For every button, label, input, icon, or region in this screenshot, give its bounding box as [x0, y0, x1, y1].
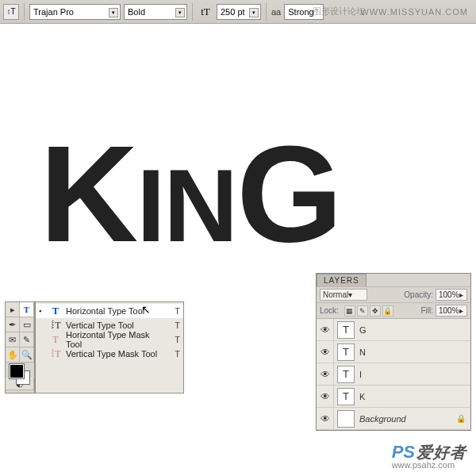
- type-layer-icon: T: [343, 324, 349, 336]
- font-family-dropdown[interactable]: Trajan Pro ▾: [29, 4, 121, 20]
- type-tool-submenu: ▪ T Horizontal Type Tool ↖ T ⸾T Vertical…: [35, 301, 184, 393]
- chevron-down-icon: ▾: [109, 8, 118, 17]
- layer-name[interactable]: I: [358, 370, 362, 379]
- horizontal-type-mask-tool-item[interactable]: T Horizontal Type Mask Tool T: [36, 332, 183, 347]
- layer-name[interactable]: Background: [358, 414, 406, 424]
- font-size-value: 250 pt: [221, 7, 245, 17]
- font-size-icon: tT: [198, 4, 213, 20]
- layer-list: 👁 T G 👁 T N 👁 T I 👁 T K 👁 Background 🔒: [317, 318, 470, 430]
- opacity-value: 100%: [439, 290, 459, 299]
- fill-input[interactable]: 100% ▸: [436, 305, 467, 317]
- separator: [192, 3, 193, 21]
- layer-row-background[interactable]: 👁 Background 🔒: [317, 408, 470, 430]
- antialias-value: Strong: [288, 7, 313, 17]
- letter-n: N: [163, 148, 236, 263]
- orientation-toggle[interactable]: ↕T: [3, 4, 19, 20]
- font-size-dropdown[interactable]: 250 pt ▾: [217, 4, 261, 20]
- tool-shortcut: T: [171, 335, 180, 344]
- lock-all-icon[interactable]: 🔒: [382, 305, 393, 317]
- layer-name[interactable]: G: [358, 325, 367, 335]
- forum-watermark: 图形设计论坛: [313, 6, 365, 17]
- visibility-eye-icon[interactable]: 👁: [317, 341, 334, 363]
- letter-g: G: [236, 117, 341, 270]
- psahz-watermark: PS爱好者 www.psahz.com: [392, 442, 466, 470]
- shape-tool[interactable]: ▭: [20, 317, 34, 332]
- type-mask-icon: T: [49, 334, 62, 346]
- chevron-down-icon: ▾: [175, 8, 185, 17]
- selected-dot-icon: ▪: [39, 307, 45, 315]
- lock-fill-row: Lock: ▦ ✎ ✥ 🔒 Fill: 100% ▸: [317, 302, 470, 318]
- layer-name[interactable]: N: [358, 347, 366, 357]
- layers-tab[interactable]: LAYERS: [317, 274, 367, 286]
- type-mask-icon: ⸾T: [49, 348, 62, 360]
- ps-logo-text: PS: [392, 442, 415, 462]
- tool-label: Vertical Type Mask Tool: [66, 349, 167, 359]
- eyedropper-tool[interactable]: ✎: [20, 332, 34, 347]
- visibility-eye-icon[interactable]: 👁: [317, 408, 334, 429]
- font-family-value: Trajan Pro: [33, 7, 74, 17]
- type-layer-icon: T: [343, 368, 349, 380]
- lock-transparent-icon[interactable]: ▦: [344, 305, 355, 317]
- blend-mode-value: Normal: [323, 290, 348, 299]
- foreground-color-swatch[interactable]: [10, 364, 24, 378]
- canvas-text: KING: [40, 115, 341, 274]
- path-selection-tool[interactable]: ▸: [6, 302, 20, 317]
- separator: [24, 3, 25, 21]
- chevron-down-icon: ▾: [249, 8, 259, 17]
- lock-icon: 🔒: [456, 414, 466, 423]
- cursor-icon: ↖: [141, 303, 151, 316]
- layer-row[interactable]: 👁 T G: [317, 319, 470, 341]
- opacity-label: Opacity:: [404, 290, 433, 299]
- lock-label: Lock:: [320, 306, 339, 315]
- type-icon: T: [49, 305, 62, 317]
- letter-k: K: [40, 117, 136, 270]
- type-options-bar: ↕T Trajan Pro ▾ Bold ▾ tT 250 pt ▾ aa St…: [0, 0, 476, 24]
- layer-thumbnail[interactable]: [337, 410, 355, 428]
- lock-position-icon[interactable]: ✥: [370, 305, 381, 317]
- visibility-eye-icon[interactable]: 👁: [317, 386, 334, 407]
- layers-panel: LAYERS Normal ▾ Opacity: 100% ▸ Lock: ▦ …: [316, 273, 471, 431]
- type-icon: ⸾T: [49, 320, 62, 332]
- layer-row[interactable]: 👁 T I: [317, 363, 470, 386]
- blend-mode-dropdown[interactable]: Normal ▾: [320, 289, 367, 301]
- font-weight-dropdown[interactable]: Bold ▾: [124, 4, 187, 20]
- separator: [266, 3, 267, 21]
- fill-label: Fill:: [420, 306, 433, 315]
- zoom-tool[interactable]: 🔍: [20, 347, 34, 363]
- layer-thumbnail[interactable]: T: [337, 388, 355, 405]
- color-swatches[interactable]: [6, 363, 34, 386]
- layer-thumbnail[interactable]: T: [337, 366, 355, 383]
- antialias-label: aa: [271, 7, 281, 17]
- notes-tool[interactable]: ✉: [6, 332, 20, 347]
- tool-shortcut: T: [171, 321, 180, 330]
- type-tool-flyout: ▸ T ✒ ▭ ✉ ✎ ✋ 🔍 ◐ ▪ T Horizontal Type To…: [5, 301, 184, 393]
- visibility-eye-icon[interactable]: 👁: [317, 363, 334, 385]
- layer-thumbnail[interactable]: T: [337, 344, 355, 361]
- opacity-input[interactable]: 100% ▸: [436, 289, 467, 301]
- lock-buttons: ▦ ✎ ✥ 🔒: [344, 305, 393, 317]
- vertical-type-mask-tool-item[interactable]: ⸾T Vertical Type Mask Tool T: [36, 347, 183, 361]
- ps-cn-text: 爱好者: [416, 443, 466, 461]
- layers-tab-bar: LAYERS: [317, 274, 470, 286]
- type-tool[interactable]: T: [20, 302, 34, 317]
- layer-row[interactable]: 👁 T N: [317, 341, 470, 363]
- tool-label: Vertical Type Tool: [66, 321, 167, 330]
- pen-tool[interactable]: ✒: [6, 317, 20, 332]
- type-layer-icon: T: [343, 390, 349, 402]
- blend-opacity-row: Normal ▾ Opacity: 100% ▸: [317, 286, 470, 302]
- layer-name[interactable]: K: [358, 392, 365, 401]
- layer-thumbnail[interactable]: T: [337, 321, 355, 339]
- missyuan-watermark: WWW.MISSYUAN.COM: [360, 7, 468, 17]
- type-layer-icon: T: [343, 346, 349, 358]
- layer-row[interactable]: 👁 T K: [317, 386, 470, 408]
- font-weight-value: Bold: [128, 7, 145, 17]
- visibility-eye-icon[interactable]: 👁: [317, 319, 334, 340]
- tool-label: Horizontal Type Tool: [66, 306, 167, 316]
- hand-tool[interactable]: ✋: [6, 347, 20, 363]
- tool-label: Horizontal Type Mask Tool: [66, 330, 167, 349]
- horizontal-type-tool-item[interactable]: ▪ T Horizontal Type Tool ↖ T: [36, 304, 183, 318]
- tool-shortcut: T: [171, 349, 180, 359]
- tools-column: ▸ T ✒ ▭ ✉ ✎ ✋ 🔍 ◐: [5, 301, 35, 393]
- fill-value: 100%: [439, 306, 459, 315]
- lock-pixels-icon[interactable]: ✎: [357, 305, 368, 317]
